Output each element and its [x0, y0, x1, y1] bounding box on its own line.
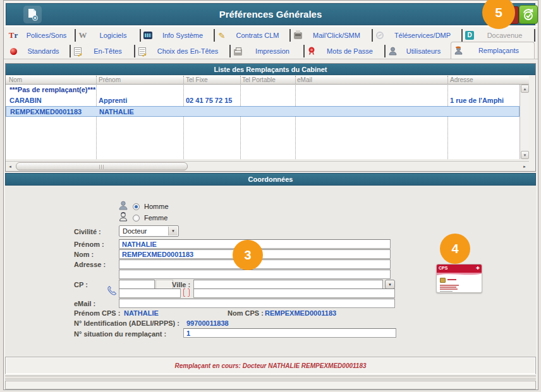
tab-polices-sons[interactable]: Tr Polices/Sons	[6, 28, 75, 43]
adresse-label: Adresse :	[74, 261, 106, 268]
tab-separator	[75, 29, 76, 42]
tab-docavenue[interactable]: D Docavenue	[463, 28, 535, 43]
docavenue-icon: D	[465, 30, 475, 40]
tab-utilisateurs[interactable]: Utilisateurs	[386, 44, 449, 59]
password-ribbon-icon	[307, 46, 317, 56]
column-header-prenom[interactable]: Prénom	[99, 76, 121, 83]
fonts-icon: Tr	[8, 30, 18, 40]
pencil-icon: ✎	[217, 30, 227, 40]
tab-standards[interactable]: Standards	[6, 44, 68, 59]
tel-fixe-input[interactable]	[119, 288, 181, 298]
adresse-input-2[interactable]	[119, 270, 391, 279]
tab-separator	[70, 45, 71, 57]
list-row-pas-de-remplacant[interactable]: ***Pas de remplaçant(e)***	[6, 85, 520, 95]
prenom-cps-label: Prénom CPS :	[74, 309, 120, 317]
cp-disabled-box	[155, 280, 173, 289]
ville-label: Ville :	[172, 281, 190, 288]
tel-portable-input[interactable]	[193, 288, 395, 298]
title-bar: Préférences Générales	[6, 3, 535, 25]
nom-label: Nom :	[74, 251, 94, 258]
tab-separator	[384, 45, 386, 57]
tab-separator	[461, 29, 463, 42]
radio-homme[interactable]	[133, 203, 140, 210]
cps-cross-icon: ✚	[476, 266, 480, 271]
civilite-select[interactable]: Docteur ▼	[119, 225, 179, 237]
prenom-label: Prénom :	[74, 241, 104, 248]
validate-refresh-icon	[521, 8, 535, 21]
nom-cps-label: Nom CPS :	[228, 309, 264, 317]
printer-icon	[233, 46, 243, 56]
tab-logiciels[interactable]: W Logiciels	[76, 28, 138, 43]
chevron-down-icon: ▼	[168, 227, 178, 235]
column-header-tel-portable[interactable]: Tel Portable	[242, 76, 276, 83]
substitute-user-icon	[453, 45, 463, 56]
list-row-rempexmed-selected[interactable]: REMPEXMED0001183 NATHALIE	[6, 106, 520, 117]
tab-en-tetes[interactable]: En-Têtes	[71, 44, 133, 59]
prenom-cps-value: NATHALIE	[124, 309, 159, 317]
tab-info-systeme[interactable]: Info Système	[141, 28, 212, 43]
tab-separator	[372, 29, 373, 42]
list-row-carabin[interactable]: CARABIN Apprenti 02 41 75 72 15 1 rue de…	[6, 95, 520, 106]
radio-femme[interactable]	[133, 215, 140, 222]
status-panel: Remplaçant en cours: Docteur NATHALIE RE…	[5, 357, 536, 374]
email-input[interactable]	[119, 299, 395, 308]
situation-label: N° situation du remplaçant :	[74, 330, 166, 338]
tab-separator	[229, 45, 231, 57]
tab-choix-en-tetes[interactable]: Choix des En-Têtes	[135, 44, 228, 59]
tab-teleservices-dmp[interactable]: Téléservices/DMP	[373, 28, 460, 43]
tab-separator	[303, 45, 305, 57]
tab-contrats-clm[interactable]: ✎ Contrats CLM	[215, 28, 288, 43]
situation-input[interactable]	[183, 328, 396, 338]
cps-card-title: CPS	[439, 266, 447, 270]
software-icon: W	[78, 30, 88, 40]
tab-separator	[140, 29, 141, 42]
status-message: Remplaçant en cours: Docteur NATHALIE RE…	[6, 357, 535, 374]
tab-mailclick-smm[interactable]: Mail'Click/SMM	[291, 28, 370, 43]
horizontal-scrollbar[interactable]: ◄ ►	[6, 161, 529, 171]
red-sphere-icon	[8, 46, 18, 56]
tab-impression[interactable]: Impression	[231, 44, 302, 59]
list-section-title: Liste des Remplaçants du Cabinet	[6, 64, 535, 75]
scroll-right-button[interactable]: ►	[520, 162, 529, 171]
validate-button[interactable]	[519, 5, 538, 24]
cps-card-image: CPS ✚	[436, 264, 482, 293]
ville-input[interactable]	[193, 280, 383, 289]
cp-label: CP :	[74, 281, 88, 288]
scroll-left-button[interactable]: ◄	[6, 162, 15, 171]
column-header-email[interactable]: eMail	[297, 76, 312, 83]
radio-femme-label: Femme	[144, 214, 167, 222]
nom-cps-value: REMPEXMED0001183	[265, 309, 336, 317]
radio-homme-label: Homme	[144, 203, 169, 210]
tab-separator	[289, 29, 291, 42]
identification-value: 99700011838	[186, 319, 229, 327]
tab-separator	[534, 29, 535, 42]
tab-mots-de-passe[interactable]: Mots de Passe	[305, 44, 383, 59]
male-icon	[119, 201, 128, 210]
cps-chip	[440, 278, 446, 283]
ville-dropdown-button[interactable]: ▼	[385, 280, 395, 289]
user-icon	[387, 46, 398, 56]
email-label: eMail :	[74, 300, 95, 307]
system-info-icon	[143, 30, 153, 40]
preferences-window: { "title_bar": { "title": "Préférences G…	[0, 0, 541, 392]
phone-icon	[107, 286, 117, 296]
vertical-scrollbar[interactable]: ▲ ▼	[520, 85, 529, 159]
column-header-nom[interactable]: Nom	[9, 76, 22, 83]
header-doc-icon	[73, 46, 83, 56]
list-column-headers: Nom Prénom Tel Fixe Tel Portable eMail A…	[6, 76, 529, 85]
scroll-down-button[interactable]: ▼	[521, 151, 529, 159]
cp-input[interactable]	[119, 280, 155, 289]
phone-insert-marker	[183, 288, 190, 297]
female-icon	[119, 212, 128, 222]
fax-icon	[293, 30, 303, 40]
scroll-up-button[interactable]: ▲	[521, 85, 529, 93]
tab-remplacants[interactable]: Remplaçants	[451, 42, 535, 59]
identification-label: N° Identification (ADELI/RPPS) :	[74, 319, 179, 327]
column-header-adresse[interactable]: Adresse	[450, 76, 473, 83]
column-header-tel-fixe[interactable]: Tel Fixe	[186, 76, 207, 83]
horizontal-scrollbar-thumb[interactable]	[16, 162, 188, 170]
civilite-label: Civilité :	[74, 228, 101, 235]
remplacants-list-panel: Liste des Remplaçants du Cabinet Nom Pré…	[5, 63, 536, 172]
tab-separator	[214, 29, 215, 42]
divider	[5, 376, 536, 379]
